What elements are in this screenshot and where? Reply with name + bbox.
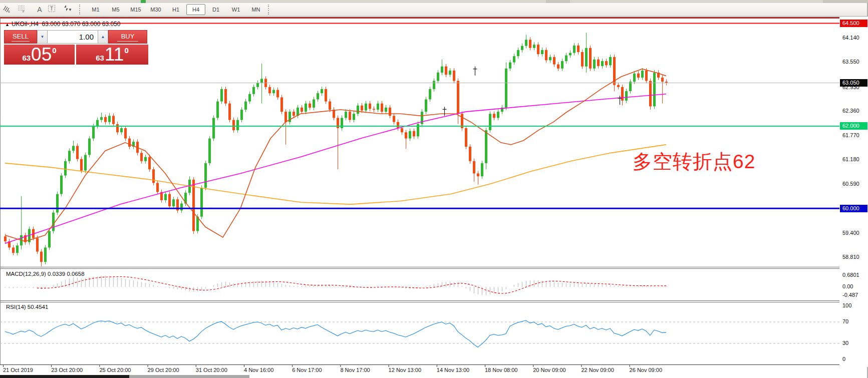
- buy-label: BUY: [121, 33, 135, 40]
- price-level-badge: 63.050: [840, 79, 867, 87]
- time-tick-label: 26 Nov 09:00: [630, 367, 662, 373]
- time-tick-label: 29 Oct 20:00: [148, 367, 179, 373]
- price-level-badge: 60.000: [840, 205, 867, 212]
- time-tick-label: 31 Oct 20:00: [196, 367, 227, 373]
- price-tick: 61.180: [842, 156, 859, 162]
- price-tick: 63.550: [842, 59, 859, 65]
- sell-label: SELL: [13, 33, 29, 40]
- time-tick-label: 23 Oct 20:00: [51, 367, 83, 373]
- bid-price-display[interactable]: 63 05 0: [4, 45, 75, 65]
- price-tick: 60.590: [842, 181, 859, 187]
- symbol-name: UKOil-,H4: [12, 21, 39, 28]
- price-tick: 64.140: [842, 35, 859, 41]
- bottom-strip: [129, 375, 249, 378]
- chart-title: ▲UKOil-,H4 63.000 63.070 63.000 63.050: [5, 21, 120, 28]
- bid-pips: 05: [31, 45, 52, 64]
- macd-tick: 0.00: [842, 283, 853, 289]
- price-level-badge: 62.000: [840, 122, 867, 130]
- one-click-trade-panel: SELL ▼ ▲ BUY 63 05 0 63 11 0: [4, 30, 148, 65]
- time-tick-label: 4 Nov 16:00: [244, 367, 273, 373]
- bottom-strip: [0, 375, 129, 378]
- ask-price-display[interactable]: 63 11 0: [76, 45, 148, 65]
- ohlc-values: 63.000 63.070 63.000 63.050: [42, 21, 121, 28]
- volume-input[interactable]: [48, 30, 98, 44]
- price-level-badge: 64.500: [840, 20, 867, 27]
- bid-point: 0: [52, 46, 56, 55]
- ask-pips: 11: [105, 45, 124, 64]
- price-tick: 58.810: [842, 254, 859, 260]
- time-tick-label: 18 Nov 08:00: [485, 367, 517, 373]
- chinese-annotation[interactable]: 多空转折点62: [633, 148, 755, 175]
- bid-whole: 63: [22, 54, 31, 62]
- volume-decrease-button[interactable]: ▼: [37, 30, 48, 44]
- time-tick-label: 22 Nov 09:00: [581, 367, 614, 373]
- price-axis[interactable]: 64.14063.55062.93062.36061.77061.18060.5…: [839, 17, 868, 367]
- price-tick: 59.400: [842, 230, 859, 236]
- time-tick-label: 14 Nov 13:00: [437, 367, 469, 373]
- rsi-tick: 30: [842, 340, 848, 346]
- time-tick-label: 8 Nov 17:00: [340, 367, 370, 373]
- platform-window: E F A T ▼ M1M5M15M30H1H4D1W1MN ▲UKOil-,H…: [0, 0, 868, 378]
- time-tick-label: 21 Oct 2019: [3, 367, 33, 373]
- time-tick-label: 25 Oct 20:00: [99, 367, 131, 373]
- macd-label: MACD(12,26,9) 0.0339 0.0658: [6, 271, 85, 277]
- ask-point: 0: [124, 46, 128, 55]
- rsi-tick: 0: [842, 356, 845, 362]
- time-tick-label: 20 Nov 09:00: [533, 367, 565, 373]
- rsi-tick: 100: [842, 302, 851, 308]
- sell-button[interactable]: SELL: [4, 30, 37, 44]
- time-tick-label: 12 Nov 13:00: [389, 367, 421, 373]
- rsi-label: RSI(14) 50.4541: [6, 304, 48, 310]
- collapse-arrow-icon[interactable]: ▲: [5, 22, 10, 27]
- buy-button[interactable]: BUY: [108, 30, 147, 44]
- ask-whole: 63: [96, 54, 104, 62]
- time-tick-label: 6 Nov 17:00: [292, 367, 322, 373]
- macd-tick: -0.487: [842, 292, 858, 298]
- macd-tick: 0.6801: [842, 272, 859, 278]
- price-tick: 61.770: [842, 132, 859, 138]
- volume-increase-button[interactable]: ▲: [98, 30, 108, 44]
- price-tick: 62.360: [842, 108, 859, 114]
- rsi-tick: 70: [842, 318, 848, 324]
